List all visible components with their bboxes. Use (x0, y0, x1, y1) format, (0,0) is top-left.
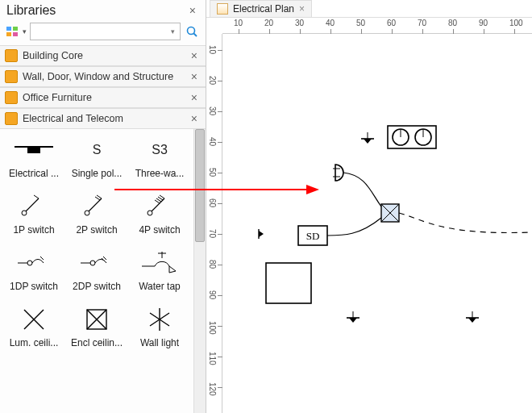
shape-single-pole[interactable]: S Single pol... (68, 137, 126, 179)
folder-icon (5, 49, 18, 62)
document-tab-title: Electrical Plan (233, 3, 294, 15)
svg-line-5 (194, 34, 197, 37)
svg-point-4 (188, 27, 195, 35)
document-icon (217, 3, 228, 15)
canvas-wall-light-1[interactable] (361, 132, 374, 144)
shape-electrical[interactable]: Electrical ... (5, 137, 63, 179)
svg-line-12 (89, 198, 102, 211)
svg-rect-2 (6, 32, 11, 36)
svg-rect-0 (6, 27, 11, 31)
svg-point-22 (27, 261, 32, 265)
close-icon[interactable]: × (188, 70, 201, 83)
folder-icon (5, 91, 18, 104)
canvas-receptacle[interactable] (333, 165, 343, 181)
shape-1dp-switch[interactable]: 1DP switch (5, 250, 63, 292)
canvas-wall-light-2[interactable] (259, 229, 264, 239)
document-tab-bar: Electrical Plan × (206, 0, 532, 18)
shape-1p-switch[interactable]: 1P switch (5, 194, 63, 236)
folder-icon (5, 112, 18, 125)
chevron-down-icon[interactable]: ▾ (23, 27, 27, 35)
document-tab[interactable]: Electrical Plan × (210, 0, 312, 17)
svg-marker-56 (259, 231, 264, 237)
shapes-grid: Electrical ... S Single pol... S3 Three-… (0, 129, 193, 357)
shape-2dp-switch[interactable]: 2DP switch (68, 250, 126, 292)
canvas[interactable]: SD (222, 34, 532, 413)
svg-rect-1 (13, 27, 18, 31)
libraries-title: Libraries (6, 3, 186, 18)
close-icon[interactable]: × (299, 3, 305, 15)
svg-marker-61 (468, 318, 476, 323)
ruler-vertical: 10 20 30 40 50 60 70 80 90 100 110 120 (206, 34, 222, 413)
library-group-wall-door[interactable]: Wall, Door, Window and Structure × (0, 66, 206, 87)
library-color-icon[interactable] (5, 24, 19, 39)
canvas-wall-light-4[interactable] (466, 311, 479, 323)
close-icon[interactable]: × (188, 91, 201, 104)
ruler-horizontal: 10 20 30 40 50 60 70 80 90 100 (222, 18, 532, 34)
library-group-electrical-telecom[interactable]: Electrical and Telecom × (0, 108, 206, 129)
shape-encl-ceiling[interactable]: Encl ceilin... (68, 307, 126, 348)
canvas-wire-dashed[interactable] (399, 213, 532, 233)
search-icon[interactable] (183, 23, 201, 40)
shape-three-way[interactable]: S3 Three-wa... (131, 137, 189, 179)
svg-rect-7 (27, 147, 40, 153)
folder-icon (5, 70, 18, 83)
shape-lum-ceiling[interactable]: Lum. ceili... (5, 307, 63, 348)
shape-4p-switch[interactable]: 4P switch (131, 194, 189, 236)
library-search-input[interactable] (30, 23, 181, 40)
svg-marker-58 (349, 318, 357, 323)
svg-marker-41 (364, 139, 372, 144)
shape-wall-light[interactable]: Wall light (131, 307, 189, 348)
canvas-wire-1[interactable] (343, 173, 384, 210)
svg-marker-31 (169, 266, 176, 273)
library-group-building-core[interactable]: Building Core × (0, 45, 206, 66)
svg-point-25 (90, 261, 95, 265)
close-icon[interactable]: × (186, 4, 199, 17)
canvas-sd-box[interactable]: SD (298, 226, 327, 245)
library-group-office-furniture[interactable]: Office Furniture × (0, 87, 206, 108)
svg-line-16 (152, 198, 164, 211)
shape-2p-switch[interactable]: 2P switch (68, 194, 126, 236)
svg-rect-43 (388, 126, 436, 148)
shapes-scrollbar[interactable] (193, 129, 206, 413)
close-icon[interactable]: × (188, 49, 201, 62)
canvas-wire-2[interactable] (327, 218, 381, 236)
search-dropdown-icon[interactable]: ▾ (171, 27, 175, 35)
svg-line-26 (103, 257, 106, 260)
canvas-encl-light[interactable] (381, 204, 399, 222)
svg-line-9 (26, 198, 39, 211)
canvas-outlet-double[interactable] (388, 126, 436, 148)
canvas-rectangle[interactable] (266, 263, 311, 303)
close-icon[interactable]: × (188, 112, 201, 125)
svg-text:SD: SD (306, 230, 320, 242)
svg-line-10 (34, 195, 39, 198)
drawing-area: Electrical Plan × 10 20 30 40 50 60 70 8… (206, 0, 532, 413)
svg-rect-3 (13, 32, 18, 36)
libraries-panel: Libraries × ▾ ▾ Building Core × Wall, Do… (0, 0, 206, 413)
canvas-wall-light-3[interactable] (347, 311, 360, 323)
svg-line-23 (40, 257, 44, 260)
shape-water-tap[interactable]: Water tap (131, 250, 189, 292)
